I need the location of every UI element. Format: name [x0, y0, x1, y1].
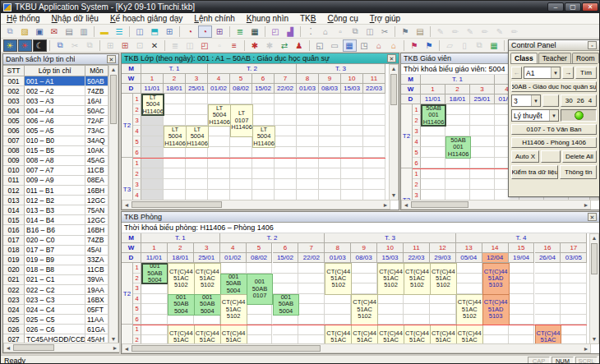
chevron-down-icon[interactable]: ▼: [551, 67, 560, 78]
list-item[interactable]: 021021 – C139VA: [3, 275, 118, 285]
draft-2-icon[interactable]: ✏: [449, 25, 463, 38]
timetable-cell[interactable]: [482, 325, 509, 335]
timetable-cell[interactable]: [164, 104, 186, 115]
timetable-cell[interactable]: [230, 179, 252, 190]
subject-code-cell[interactable]: 16AI: [85, 96, 108, 106]
timetable-cell[interactable]: [509, 283, 535, 294]
schedule-entry[interactable]: LT5004H11406: [164, 126, 187, 148]
schedule-entry[interactable]: CT(C)4451AC5102: [377, 325, 404, 344]
timetable-cell[interactable]: [341, 168, 363, 179]
timetable-cell[interactable]: [208, 158, 230, 168]
chart-bar-icon[interactable]: ▟: [284, 25, 298, 38]
next-class-button[interactable]: →: [562, 67, 574, 79]
timetable-cell[interactable]: [341, 126, 363, 136]
timetable-cell[interactable]: [341, 158, 363, 168]
window-move-icon[interactable]: ◳: [358, 39, 372, 52]
timetable-cell[interactable]: [363, 126, 385, 136]
grid-purple-icon[interactable]: ⊞: [213, 25, 227, 38]
schedule-entry[interactable]: CT(C)4451AD5103: [482, 294, 510, 326]
tool-red-icon[interactable]: ✱: [248, 39, 262, 52]
timetable-cell[interactable]: [341, 104, 363, 115]
import-icon[interactable]: ✉: [48, 25, 62, 38]
class-code-cell[interactable]: 006 – A6: [25, 116, 85, 126]
class-code-cell[interactable]: 003 – A3: [25, 96, 85, 106]
class-code-cell[interactable]: 021 – C1: [25, 275, 85, 285]
layout-grid-icon[interactable]: ⊞: [163, 25, 177, 38]
schedule-entry[interactable]: CT(C)4451AC5102: [351, 325, 378, 344]
column-header-2[interactable]: Lớp tin chỉ: [25, 65, 85, 76]
timetable-cell[interactable]: [509, 315, 535, 325]
draft-4-icon[interactable]: ✏: [478, 25, 492, 38]
timetable-cell[interactable]: [535, 304, 561, 315]
timetable-cell[interactable]: [430, 294, 456, 305]
draft-3-icon[interactable]: ✎: [464, 25, 478, 38]
timetable-cell[interactable]: [275, 179, 297, 190]
close-icon[interactable]: ✕: [588, 213, 597, 221]
timetable-cell[interactable]: [297, 115, 319, 126]
timetable-cell[interactable]: [186, 179, 208, 190]
timetable-cell[interactable]: [141, 168, 164, 179]
timetable-cell[interactable]: [561, 283, 587, 294]
clock-view-icon[interactable]: ◔: [183, 25, 197, 38]
timetable-cell[interactable]: [297, 179, 319, 190]
draft-6-icon[interactable]: ✏: [508, 25, 522, 38]
list-item[interactable]: 024024 – C405FT: [3, 305, 118, 315]
timetable-cell[interactable]: [509, 325, 535, 335]
expand-view-icon[interactable]: ◫: [183, 39, 197, 52]
schedule-entry[interactable]: CT(C)4451AC5102: [456, 325, 483, 344]
list-item[interactable]: 020018 – B811CB: [3, 265, 118, 275]
timetable-cell[interactable]: [275, 168, 297, 179]
timetable-cell[interactable]: [341, 179, 363, 190]
list-item[interactable]: 022022 – C219AA: [3, 285, 118, 295]
row-index-cell[interactable]: 022: [3, 285, 25, 295]
timetable-cell[interactable]: [297, 168, 319, 179]
timetable-cell[interactable]: [456, 283, 482, 294]
timetable-cell[interactable]: [230, 168, 252, 179]
timetable-cell[interactable]: [275, 126, 297, 136]
auto-x-button[interactable]: Auto X: [511, 150, 539, 163]
row-index-cell[interactable]: 019: [3, 256, 25, 265]
subject-code-cell[interactable]: 16BH: [85, 225, 108, 235]
minimize-button[interactable]: –: [547, 2, 564, 12]
timetable-cell[interactable]: [319, 126, 341, 136]
timetable-cell[interactable]: [298, 283, 325, 294]
menu-nhập-dữ-liệu[interactable]: Nhập dữ liệu: [46, 13, 104, 24]
class-code-cell[interactable]: 024 – C4: [25, 305, 85, 315]
timetable-cell[interactable]: [252, 168, 275, 179]
schedule-entry[interactable]: CT(C)4451AC5102: [404, 325, 431, 344]
timetable-cell[interactable]: [535, 274, 561, 284]
find-button[interactable]: Tìm: [575, 67, 597, 79]
teacher-pin-icon[interactable]: ⚑: [408, 39, 422, 52]
timetable-cell[interactable]: [430, 304, 456, 315]
menu-hệ-thống[interactable]: Hệ thống: [1, 13, 46, 24]
timetable-cell[interactable]: [535, 294, 561, 305]
scrollbar-vertical[interactable]: ▲▼: [589, 233, 599, 344]
list-item[interactable]: 006005 – A573AC: [3, 126, 118, 136]
window-gray-icon[interactable]: ▫: [334, 25, 348, 38]
timetable-cell[interactable]: [141, 294, 168, 305]
chevron-down-icon[interactable]: ▼: [531, 95, 540, 106]
timetable-cell[interactable]: [252, 179, 275, 190]
timetable-cell[interactable]: [561, 325, 587, 335]
class-code-cell[interactable]: 023 – C3: [25, 295, 85, 305]
schedule-entry[interactable]: CT(C)4451AC5102: [430, 263, 457, 295]
schedule-entry[interactable]: CT(C)4451AC5102: [430, 325, 457, 344]
align-rows-icon[interactable]: ≣: [168, 39, 182, 52]
list-item[interactable]: 015014 – B412GC: [3, 215, 118, 225]
swap-icon[interactable]: ⇄: [278, 39, 292, 52]
schedule-entry[interactable]: CT(C)4451AD5103: [482, 263, 510, 295]
timetable-cell[interactable]: [164, 94, 186, 104]
timetable-cell[interactable]: [186, 104, 208, 115]
timetable-cell[interactable]: [298, 304, 325, 315]
schedule-entry[interactable]: CT(C)4451AC5102: [168, 325, 195, 344]
timetable-cell[interactable]: [351, 274, 377, 284]
row-index-cell[interactable]: 002: [3, 86, 25, 96]
row-index-cell[interactable]: 010: [3, 166, 25, 176]
chart-dark-icon[interactable]: ▦: [248, 25, 262, 38]
timetable-cell[interactable]: [252, 104, 275, 115]
subject-code-cell[interactable]: 11CB: [85, 265, 108, 275]
timetable-cell[interactable]: [319, 158, 341, 168]
panel-menu-icon[interactable]: ▫: [588, 41, 597, 49]
timetable-cell[interactable]: [404, 294, 430, 305]
timetable-cell[interactable]: [164, 179, 186, 190]
